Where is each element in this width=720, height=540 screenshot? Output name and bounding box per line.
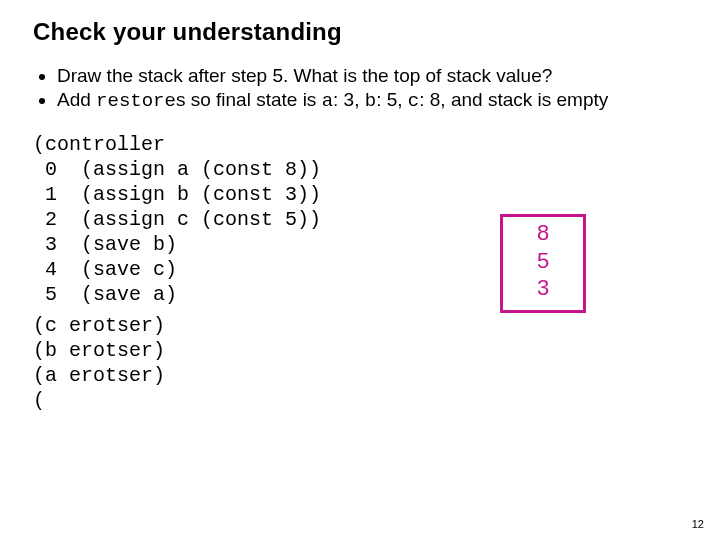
bullet-1-text: Draw the stack after step 5. What is the…: [57, 65, 552, 86]
bullet-2-part-c: : 3,: [333, 89, 365, 110]
bullet-2-part-d: : 5,: [376, 89, 408, 110]
controller-code: (controller 0 (assign a (const 8)) 1 (as…: [33, 132, 690, 307]
slide-title: Check your understanding: [33, 18, 690, 46]
code-c: c: [408, 90, 419, 112]
slide: Check your understanding Draw the stack …: [0, 0, 720, 540]
bullet-2: Add restores so final state is a: 3, b: …: [57, 88, 690, 113]
bullet-2-part-e: : 8, and stack is empty: [419, 89, 608, 110]
bullet-2-part-a: Add: [57, 89, 96, 110]
stack-box: 8 5 3: [500, 214, 586, 313]
bullet-2-part-b: s so final state is: [176, 89, 322, 110]
stack-cell-2: 3: [503, 276, 583, 304]
page-number: 12: [692, 518, 704, 530]
bullet-1: Draw the stack after step 5. What is the…: [57, 64, 690, 88]
code-restore: restore: [96, 90, 176, 112]
code-a: a: [322, 90, 333, 112]
bullet-list: Draw the stack after step 5. What is the…: [33, 64, 690, 114]
restore-code: (restore c) (restore b) (restore a) ): [33, 313, 690, 413]
stack-cell-0: 8: [503, 221, 583, 249]
stack-cell-1: 5: [503, 249, 583, 277]
code-b: b: [365, 90, 376, 112]
